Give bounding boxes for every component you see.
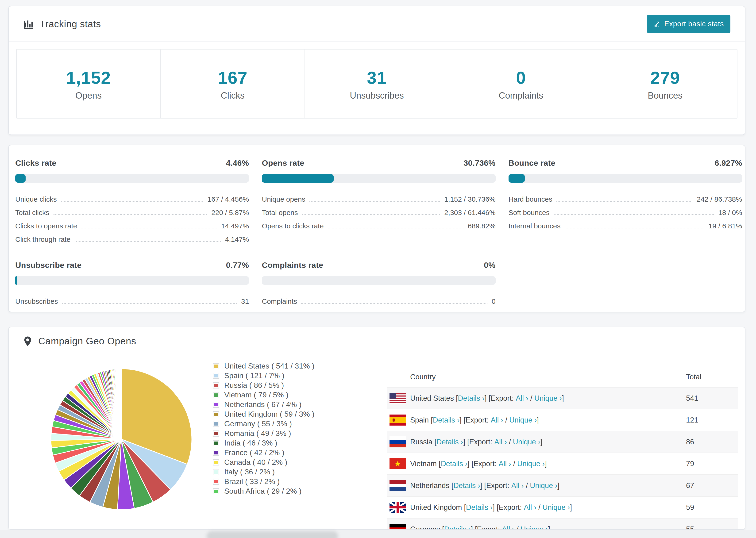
country-total: 121 (686, 416, 738, 424)
geo-table-row: Vietnam [Details ›] [Export: All › / Uni… (387, 453, 738, 475)
rate-detail-value: 14.497% (221, 222, 249, 230)
legend-swatch (213, 440, 219, 446)
export-all-link[interactable]: All › (491, 416, 503, 424)
details-link[interactable]: Details › (433, 416, 460, 424)
rate-progress-bar (262, 174, 495, 183)
rate-progress-fill (262, 174, 334, 183)
details-link[interactable]: Details › (436, 438, 463, 446)
flag-es-icon (390, 414, 406, 426)
rate-panel-head: Clicks rate4.46% (15, 158, 249, 168)
rate-detail-value: 0 (492, 297, 496, 305)
country-cell: United States [Details ›] [Export: All ›… (410, 394, 686, 403)
export-all-link[interactable]: All › (524, 503, 536, 512)
rate-progress-bar (509, 174, 742, 183)
dotted-leader (309, 201, 440, 202)
export-all-link[interactable]: All › (512, 481, 524, 490)
bar-chart-icon (23, 19, 33, 29)
legend-label: Romania ( 49 / 3% ) (224, 429, 291, 438)
details-link[interactable]: Details › (444, 525, 471, 530)
details-link[interactable]: Details › (441, 459, 467, 468)
rate-progress-bar (15, 174, 249, 183)
export-all-link[interactable]: All › (494, 438, 507, 446)
country-total: 79 (686, 459, 738, 468)
dotted-leader (301, 303, 487, 304)
export-button-label: Export basic stats (664, 20, 724, 28)
legend-swatch (213, 450, 219, 456)
rate-detail-value: 242 / 86.738% (697, 195, 742, 203)
rate-detail-value: 1,152 / 30.736% (444, 195, 496, 203)
legend-label: South Africa ( 29 / 2% ) (224, 487, 301, 496)
rate-detail-value: 689.82% (468, 222, 495, 230)
rate-value: 30.736% (463, 158, 495, 168)
export-unique-link[interactable]: Unique › (530, 481, 557, 490)
country-name: Spain (410, 416, 429, 424)
summary-stat-label: Unsubscribes (305, 91, 449, 101)
rate-detail-row: Unsubscribes31 (15, 295, 249, 308)
rate-progress-fill (15, 276, 17, 285)
rate-detail-row: Total clicks220 / 5.87% (15, 206, 249, 219)
rate-detail-label: Clicks to opens rate (15, 222, 77, 230)
legend-swatch (213, 411, 219, 417)
country-cell: Spain [Details ›] [Export: All › / Uniqu… (410, 416, 686, 424)
rate-panel-head: Opens rate30.736% (262, 158, 495, 168)
export-unique-link[interactable]: Unique › (513, 438, 540, 446)
rate-detail-row: Unique clicks167 / 4.456% (15, 192, 249, 206)
export-unique-link[interactable]: Unique › (542, 503, 570, 512)
summary-stat-bounces: 279Bounces (593, 50, 737, 118)
country-name: Vietnam (410, 459, 437, 468)
flag-vn-icon (390, 458, 406, 469)
export-all-link[interactable]: All › (499, 459, 511, 468)
rate-detail-row: Unique opens1,152 / 30.736% (262, 192, 495, 206)
rate-detail-row: Clicks to opens rate14.497% (15, 219, 249, 233)
legend-label: Spain ( 121 / 7% ) (224, 371, 284, 380)
rate-detail-label: Unique opens (262, 195, 305, 203)
legend-item-india: India ( 46 / 3% ) (213, 438, 314, 448)
export-unique-link[interactable]: Unique › (517, 459, 545, 468)
rate-panel-opens-rate: Opens rate30.736%Unique opens1,152 / 30.… (262, 158, 495, 246)
country-total: 86 (686, 438, 738, 446)
summary-stat-label: Clicks (161, 91, 304, 101)
legend-label: Brazil ( 33 / 2% ) (224, 477, 280, 486)
dotted-leader (328, 228, 463, 228)
details-link[interactable]: Details › (458, 394, 485, 403)
legend-item-south-africa: South Africa ( 29 / 2% ) (213, 486, 314, 496)
export-all-link[interactable]: All › (502, 525, 514, 530)
legend-item-france: France ( 42 / 2% ) (213, 448, 314, 457)
summary-stat-label: Bounces (593, 91, 737, 101)
rate-progress-bar (262, 276, 495, 285)
bottom-scrollbar-thumb[interactable] (207, 531, 338, 538)
geo-table-row: Netherlands [Details ›] [Export: All › /… (387, 475, 738, 497)
rate-detail-label: Soft bounces (509, 209, 550, 217)
geo-legend: United States ( 541 / 31% )Spain ( 121 /… (213, 361, 314, 530)
geo-content: United States ( 541 / 31% )Spain ( 121 /… (9, 355, 745, 530)
export-unique-link[interactable]: Unique › (534, 394, 562, 403)
rate-title: Bounce rate (509, 158, 556, 168)
summary-stat-value: 1,152 (17, 68, 160, 88)
legend-label: Vietnam ( 79 / 5% ) (224, 391, 288, 399)
summary-stat-value: 279 (593, 68, 737, 88)
geo-table-body: United States [Details ›] [Export: All ›… (387, 388, 738, 530)
rate-detail-label: Internal bounces (509, 222, 561, 230)
details-link[interactable]: Details › (466, 503, 493, 512)
rate-detail-label: Opens to clicks rate (262, 222, 324, 230)
export-unique-link[interactable]: Unique › (509, 416, 537, 424)
details-link[interactable]: Details › (453, 481, 480, 490)
geo-title-text: Campaign Geo Opens (38, 336, 136, 347)
rate-detail-label: Unsubscribes (15, 297, 58, 305)
rate-title: Unsubscribe rate (15, 260, 82, 270)
dotted-leader (565, 228, 704, 228)
export-icon (653, 21, 661, 27)
legend-item-russia: Russia ( 86 / 5% ) (213, 381, 314, 390)
country-total: 59 (686, 503, 738, 512)
legend-item-brazil: Brazil ( 33 / 2% ) (213, 477, 314, 486)
flag-nl-icon (390, 480, 406, 491)
export-basic-stats-button[interactable]: Export basic stats (647, 15, 730, 33)
rate-panel-bounce-rate: Bounce rate6.927%Hard bounces242 / 86.73… (509, 158, 742, 246)
export-all-link[interactable]: All › (516, 394, 528, 403)
dotted-leader (61, 201, 203, 202)
export-unique-link[interactable]: Unique › (520, 525, 548, 530)
legend-label: United Kingdom ( 59 / 3% ) (224, 410, 314, 418)
rate-panel-head: Complaints rate0% (262, 260, 495, 270)
rate-value: 0% (484, 260, 496, 270)
legend-item-spain: Spain ( 121 / 7% ) (213, 371, 314, 381)
